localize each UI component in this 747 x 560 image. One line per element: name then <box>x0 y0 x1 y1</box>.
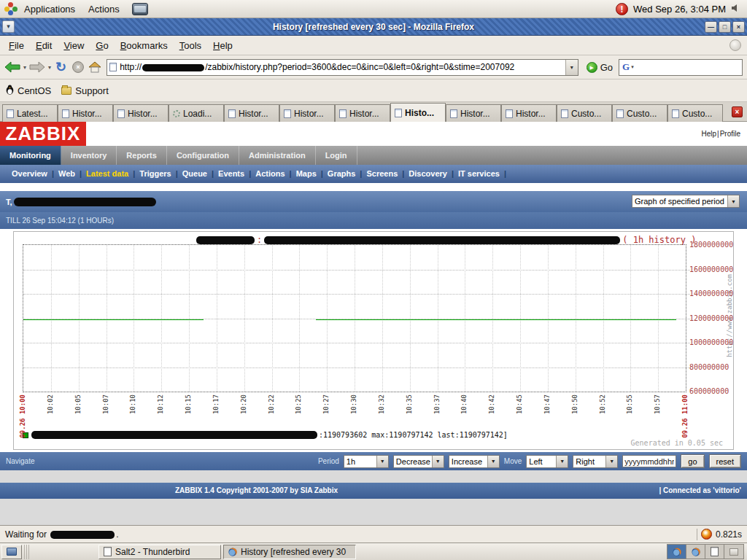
bookmark-centos[interactable]: CentOS <box>6 85 51 97</box>
browser-tab-5[interactable]: Histor... <box>224 104 279 122</box>
increase-select[interactable]: Increase▼ <box>449 455 500 468</box>
decrease-select[interactable]: Decrease▼ <box>393 455 444 468</box>
go-navigate-button[interactable]: go <box>681 454 704 468</box>
window-titlebar[interactable]: ▾ History [refreshed every 30 sec] - Moz… <box>0 18 747 36</box>
reload-button[interactable]: ↻ <box>55 61 66 74</box>
minimize-button[interactable]: — <box>705 21 717 33</box>
sub-nav-graphs[interactable]: Graphs <box>323 169 360 178</box>
close-tab-button[interactable]: × <box>732 106 743 117</box>
main-nav-monitoring[interactable]: Monitoring <box>0 146 61 165</box>
main-nav-reports[interactable]: Reports <box>117 146 167 165</box>
sub-nav-events[interactable]: Events <box>214 169 249 178</box>
workspace-2[interactable] <box>686 545 705 559</box>
home-button[interactable] <box>88 61 101 73</box>
sub-nav-it-services[interactable]: IT services <box>454 169 504 178</box>
page-icon <box>561 109 568 118</box>
v-gridline <box>133 245 134 392</box>
h-gridline <box>23 270 690 271</box>
workspace-4[interactable] <box>724 545 743 559</box>
back-dropdown-icon[interactable]: ▾ <box>23 64 26 71</box>
graph-title-suffix: ( 1h history ) <box>622 235 696 245</box>
url-dropdown-button[interactable]: ▾ <box>565 60 578 75</box>
volume-icon[interactable] <box>731 4 741 15</box>
main-nav-configuration[interactable]: Configuration <box>167 146 239 165</box>
move-label: Move <box>504 457 522 465</box>
menu-file[interactable]: File <box>3 40 30 51</box>
menu-help[interactable]: Help <box>207 40 239 51</box>
browser-tab-8[interactable]: Histo... <box>390 103 446 122</box>
v-gridline <box>217 245 217 392</box>
browser-tab-3[interactable]: Histor... <box>113 104 169 122</box>
main-nav-inventory[interactable]: Inventory <box>61 146 117 165</box>
tab-strip: Latest...Histor...Histor...Loadi...Histo… <box>0 102 747 122</box>
browser-tab-9[interactable]: Histor... <box>446 104 501 122</box>
browser-tab-1[interactable]: Latest... <box>2 104 58 122</box>
status-message: Waiting for . <box>5 529 119 540</box>
tab-label: Histor... <box>72 109 102 119</box>
address-bar[interactable]: http:///zabbix/history.php?period=3600&d… <box>107 59 578 76</box>
window-menu-button[interactable]: ▾ <box>2 20 15 33</box>
actions-menu[interactable]: Actions <box>82 0 126 18</box>
workspace-3[interactable] <box>705 545 724 559</box>
browser-tab-4[interactable]: Loadi... <box>169 104 224 122</box>
sub-nav-actions[interactable]: Actions <box>251 169 289 178</box>
menu-tools[interactable]: Tools <box>174 40 207 51</box>
taskbar-task-salt2-thunderbird[interactable]: Salt2 - Thunderbird <box>98 545 221 559</box>
graph-type-select[interactable]: Graph of specified period ▼ <box>632 195 740 208</box>
move-right-select[interactable]: Right▼ <box>573 455 618 468</box>
sub-nav-queue[interactable]: Queue <box>178 169 212 178</box>
v-gridline <box>355 245 355 392</box>
menu-bookmarks[interactable]: Bookmarks <box>115 40 174 51</box>
main-nav-login[interactable]: Login <box>316 146 357 165</box>
sub-nav-discovery[interactable]: Discovery <box>404 169 452 178</box>
browser-tab-7[interactable]: Histor... <box>335 104 390 122</box>
browser-tab-12[interactable]: Custo... <box>612 104 667 122</box>
x-axis-label: 10:22 <box>268 394 276 414</box>
menu-view[interactable]: View <box>58 40 90 51</box>
go-button[interactable]: ▶ Go <box>584 62 616 73</box>
panel-clock[interactable]: Wed Sep 26, 3:04 PM <box>633 4 726 15</box>
browser-tab-10[interactable]: Histor... <box>501 104 557 122</box>
menu-edit[interactable]: Edit <box>30 40 58 51</box>
sub-navigation: Overview|Web|Latest data|Triggers|Queue|… <box>0 165 747 183</box>
back-button[interactable] <box>4 61 20 73</box>
period-select[interactable]: 1h▼ <box>344 455 389 468</box>
reset-button[interactable]: reset <box>709 454 741 468</box>
menu-go[interactable]: Go <box>90 40 114 51</box>
terminal-launcher-icon[interactable] <box>132 3 148 15</box>
forward-button[interactable] <box>29 61 45 73</box>
distro-menu-icon[interactable] <box>4 2 18 15</box>
page-content: ZABBIX Help|Profile MonitoringInventoryR… <box>0 122 747 525</box>
forward-dropdown-icon[interactable]: ▾ <box>48 64 51 71</box>
browser-tab-11[interactable]: Custo... <box>557 104 612 122</box>
link-profile[interactable]: Profile <box>719 130 741 138</box>
main-nav-administration[interactable]: Administration <box>239 146 316 165</box>
applet-drag-handle[interactable] <box>24 545 29 559</box>
zabbix-logo[interactable]: ZABBIX <box>0 122 86 146</box>
search-engine-dropdown-icon[interactable]: ▾ <box>631 64 634 70</box>
browser-tab-13[interactable]: Custo... <box>667 104 723 122</box>
sub-nav-overview[interactable]: Overview <box>7 169 52 178</box>
decrease-value: Decrease <box>394 457 432 466</box>
sub-nav-latest-data[interactable]: Latest data <box>82 169 133 178</box>
taskbar-task-history-refreshed-every-30[interactable]: History [refreshed every 30 <box>223 545 356 559</box>
sub-nav-screens[interactable]: Screens <box>362 169 402 178</box>
move-left-select[interactable]: Left▼ <box>526 455 568 468</box>
account-links: Help|Profile <box>700 130 741 138</box>
alert-notification-icon[interactable]: ! <box>616 3 628 15</box>
stime-input[interactable] <box>622 455 676 467</box>
browser-tab-6[interactable]: Histor... <box>279 104 335 122</box>
link-help[interactable]: Help <box>700 130 717 138</box>
sub-nav-triggers[interactable]: Triggers <box>135 169 175 178</box>
sub-nav-maps[interactable]: Maps <box>292 169 321 178</box>
close-button[interactable]: × <box>732 21 745 33</box>
browser-tab-2[interactable]: Histor... <box>58 104 113 122</box>
show-desktop-button[interactable] <box>1 545 22 559</box>
sub-nav-web[interactable]: Web <box>54 169 80 178</box>
maximize-button[interactable]: □ <box>719 21 731 33</box>
applications-menu[interactable]: Applications <box>18 0 82 18</box>
bookmark-support[interactable]: Support <box>61 85 109 96</box>
web-search-box[interactable]: G ▾ <box>619 59 743 76</box>
x-axis-label: 10:47 <box>543 394 551 414</box>
workspace-1[interactable] <box>667 545 686 559</box>
